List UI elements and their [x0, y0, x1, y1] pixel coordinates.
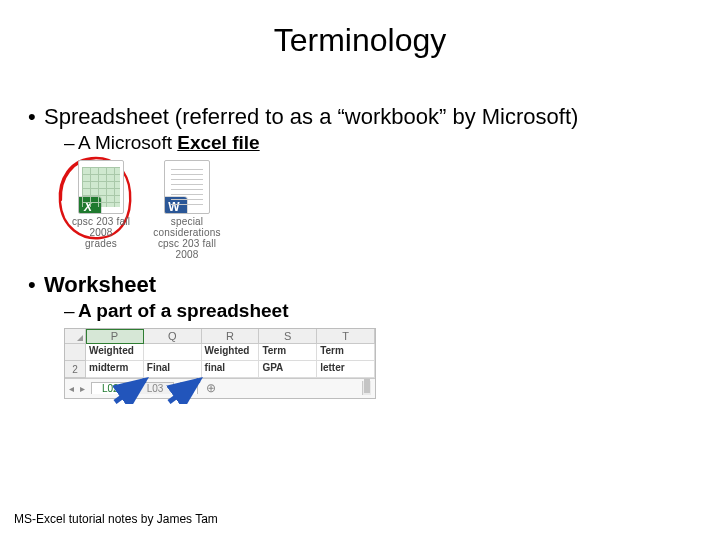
worksheet-figure: P Q R S T Weighted Weighted Term Term 2 …	[64, 328, 376, 399]
col-header: T	[317, 329, 375, 344]
cell: midterm	[86, 361, 144, 378]
col-header: Q	[144, 329, 202, 344]
bullet-worksheet: •Worksheet	[28, 272, 692, 298]
excel-caption-1: cpsc 203 fall 2008	[64, 216, 138, 238]
word-file-icon	[164, 160, 210, 214]
slide-title: Terminology	[0, 22, 720, 59]
bullet-dot-icon: •	[28, 272, 44, 298]
cell: final	[202, 361, 260, 378]
cell: GPA	[259, 361, 317, 378]
bullet-worksheet-text: Worksheet	[44, 272, 156, 297]
word-caption-2: considerations	[150, 227, 224, 238]
vertical-scroll-icon	[362, 381, 371, 395]
worksheet-col-headers: P Q R S T	[65, 329, 375, 344]
dash-icon: –	[64, 132, 78, 154]
subbullet-worksheet: –A part of a spreadsheet	[64, 300, 692, 322]
tab-nav-next-icon: ▸	[80, 383, 85, 394]
sheet-tab-bar: ◂ ▸ L02 L03 ... ⊕	[65, 378, 375, 398]
cell: Weighted	[86, 344, 144, 361]
slide-body: •Spreadsheet (referred to as a “workbook…	[28, 100, 692, 399]
excel-badge-icon	[78, 197, 101, 214]
bullet-spreadsheet: •Spreadsheet (referred to as a “workbook…	[28, 104, 692, 130]
slide: Terminology •Spreadsheet (referred to as…	[0, 0, 720, 540]
subbullet-excel-file: –A Microsoft Excel file	[64, 132, 692, 154]
subbullet-worksheet-text: A part of a spreadsheet	[78, 300, 288, 321]
worksheet-row: 2 midterm Final final GPA letter	[65, 361, 375, 378]
tab-nav-prev-icon: ◂	[69, 383, 74, 394]
excel-caption-2: grades	[64, 238, 138, 249]
col-header: S	[259, 329, 317, 344]
word-caption-1: special	[150, 216, 224, 227]
bullet-dot-icon: •	[28, 104, 44, 130]
cell: Term	[259, 344, 317, 361]
cell: Term	[317, 344, 375, 361]
select-all-corner	[65, 329, 86, 344]
row-number	[65, 344, 86, 361]
file-icons-row: cpsc 203 fall 2008 grades special consid…	[64, 160, 692, 256]
subbullet-underlined: Excel file	[177, 132, 259, 153]
col-header: R	[202, 329, 260, 344]
cell: Final	[144, 361, 202, 378]
bullet-spreadsheet-text: Spreadsheet (referred to as a “workbook”…	[44, 104, 578, 129]
footer-credit: MS-Excel tutorial notes by James Tam	[14, 512, 218, 526]
file-excel: cpsc 203 fall 2008 grades	[64, 160, 138, 249]
sheet-tab: L03	[136, 382, 175, 394]
dash-icon: –	[64, 300, 78, 322]
cell: Weighted	[202, 344, 260, 361]
word-caption-3: cpsc 203 fall 2008	[150, 238, 224, 260]
excel-file-icon	[78, 160, 124, 214]
subbullet-prefix: A Microsoft	[78, 132, 177, 153]
file-word: special considerations cpsc 203 fall 200…	[150, 160, 224, 260]
cell	[144, 344, 202, 361]
add-sheet-icon: ⊕	[204, 381, 218, 395]
col-header: P	[86, 329, 144, 344]
sheet-tab-active: L02	[91, 382, 130, 394]
cell: letter	[317, 361, 375, 378]
word-badge-icon	[164, 197, 187, 214]
worksheet-row: Weighted Weighted Term Term	[65, 344, 375, 361]
row-number: 2	[65, 361, 86, 378]
sheet-tabs-overflow: ...	[180, 382, 198, 394]
